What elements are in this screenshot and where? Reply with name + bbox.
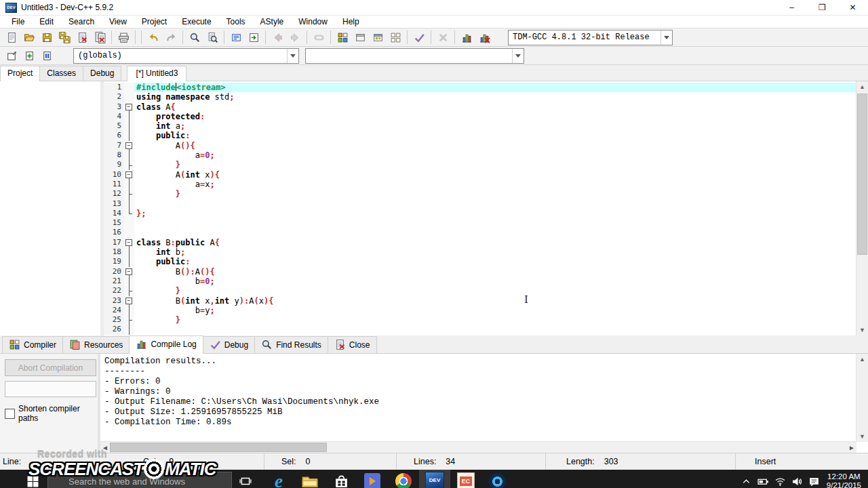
fold-collapse-icon[interactable] [124, 296, 134, 306]
editor-vertical-scrollbar[interactable]: ▲ ▼ [856, 81, 868, 336]
save-icon [41, 32, 53, 43]
volume-icon[interactable] [789, 470, 806, 488]
log-horizontal-scrollbar[interactable]: ◄ ► [100, 441, 856, 453]
chevron-up-icon[interactable] [738, 470, 755, 488]
scroll-up-arrow-icon[interactable]: ▲ [856, 354, 868, 365]
menu-help[interactable]: Help [335, 16, 367, 27]
forward-button[interactable] [286, 29, 304, 45]
abort-button[interactable] [434, 29, 452, 45]
compile-log-output[interactable]: Compilation results...--------- Errors: … [100, 354, 868, 453]
scroll-down-arrow-icon[interactable]: ▼ [856, 325, 868, 336]
save-all-button[interactable] [56, 29, 73, 45]
taskbar-app-file-explorer[interactable] [294, 470, 326, 488]
tab-close[interactable]: Close [328, 336, 377, 353]
scroll-right-arrow-icon[interactable]: ► [847, 444, 856, 451]
shorten-paths-option[interactable]: Shorten compiler paths [5, 404, 93, 423]
taskbar-app-screencast-o-matic[interactable] [481, 470, 513, 488]
taskbar-app-expression-encoder[interactable]: EC [450, 470, 481, 488]
restore-button[interactable]: ❐ [807, 0, 837, 15]
menu-file[interactable]: File [4, 16, 32, 27]
taskbar-app-movies[interactable] [357, 470, 388, 488]
profile-button[interactable] [458, 29, 475, 45]
menu-window[interactable]: Window [291, 16, 335, 27]
shorten-paths-checkbox[interactable] [5, 409, 15, 419]
fold-collapse-icon[interactable] [124, 238, 134, 247]
rebuild-button[interactable] [387, 29, 404, 45]
taskbar-clock[interactable]: 12:20 AM 9/21/2015 [823, 472, 868, 488]
code-editor[interactable]: 1#include<iostream>2using namespace std;… [104, 81, 868, 336]
fold-collapse-icon[interactable] [124, 170, 134, 180]
editor-tab-untitled3[interactable]: [*] Untitled3 [127, 66, 186, 81]
chevron-down-icon[interactable] [512, 49, 524, 63]
redo-button[interactable] [162, 29, 180, 45]
tab-resources[interactable]: Resources [62, 336, 130, 353]
task-view-button[interactable] [232, 470, 259, 488]
code-line-16: 16 [104, 228, 856, 237]
insert-snippet-button[interactable] [3, 47, 20, 64]
code-text: B():A(){ [134, 267, 856, 277]
wifi-icon[interactable] [772, 470, 789, 488]
log-vertical-scrollbar[interactable]: ▲ ▼ [856, 354, 868, 442]
tab-project[interactable]: Project [0, 66, 40, 81]
undo-button[interactable] [144, 29, 162, 45]
line-number: 24 [104, 306, 124, 315]
taskbar-app-chrome[interactable] [388, 470, 419, 488]
print-button[interactable] [115, 29, 132, 45]
scrollbar-thumb[interactable] [857, 94, 867, 255]
menu-project[interactable]: Project [134, 16, 174, 27]
tab-compiler[interactable]: Compiler [2, 336, 63, 353]
chevron-down-icon[interactable] [660, 30, 672, 45]
back-button[interactable] [269, 29, 286, 45]
menu-edit[interactable]: Edit [32, 16, 61, 27]
tab-debug[interactable]: Debug [83, 66, 121, 81]
members-select[interactable] [305, 48, 524, 64]
tab-classes[interactable]: Classes [39, 66, 83, 81]
abort-compilation-button[interactable]: Abort Compilation [5, 359, 96, 376]
find-button[interactable] [186, 29, 203, 45]
compiler-select[interactable]: TDM-GCC 4.8.1 32-bit Release [508, 30, 673, 45]
close-button[interactable]: ✕ [837, 0, 868, 15]
fold-collapse-icon[interactable] [124, 102, 134, 112]
project-panel[interactable] [0, 81, 104, 336]
scrollbar-thumb[interactable] [110, 443, 327, 452]
compile-run-button[interactable] [369, 29, 387, 45]
replace-button[interactable] [203, 29, 221, 45]
compile-button[interactable] [334, 29, 351, 45]
minimize-button[interactable]: – [776, 0, 807, 15]
tab-label: Debug [224, 340, 248, 350]
close-all-button[interactable] [91, 29, 108, 45]
new-file-button[interactable] [3, 29, 20, 45]
tab-debug[interactable]: Debug [203, 336, 255, 353]
open-file-button[interactable] [20, 29, 38, 45]
save-button[interactable] [38, 29, 56, 45]
code-text: public: [134, 131, 856, 140]
tab-compile-log[interactable]: Compile Log [129, 336, 203, 354]
taskbar-app-edge[interactable]: e [263, 470, 294, 488]
menu-execute[interactable]: Execute [174, 16, 218, 27]
taskbar-app-dev-cpp[interactable]: DEV [419, 470, 450, 488]
menu-tools[interactable]: Tools [219, 16, 253, 27]
close-file-button[interactable] [73, 29, 91, 45]
globals-select[interactable]: (globals) [73, 48, 299, 64]
battery-icon[interactable] [755, 470, 772, 488]
goto-bookmark-button[interactable] [38, 47, 56, 64]
syntax-check-button[interactable] [410, 29, 428, 45]
menu-view[interactable]: View [102, 16, 134, 27]
action-center-icon[interactable] [806, 470, 823, 488]
goto-line-button[interactable] [227, 29, 245, 45]
chevron-down-icon[interactable] [287, 49, 298, 63]
menu-search[interactable]: Search [61, 16, 102, 27]
scroll-down-arrow-icon[interactable]: ▼ [856, 431, 868, 442]
remove-button[interactable] [310, 29, 328, 45]
profile-delete-button[interactable] [475, 29, 493, 45]
insert-button[interactable] [245, 29, 262, 45]
scroll-up-arrow-icon[interactable]: ▲ [856, 81, 868, 92]
fold-collapse-icon[interactable] [124, 141, 134, 150]
run-button[interactable] [351, 29, 369, 45]
tab-find-results[interactable]: Find Results [254, 336, 328, 353]
add-bookmark-button[interactable] [20, 47, 38, 64]
taskbar-app-store[interactable] [326, 470, 357, 488]
code-line-19: 19 public: [104, 257, 856, 266]
fold-collapse-icon[interactable] [124, 267, 134, 277]
menu-astyle[interactable]: AStyle [253, 16, 292, 27]
